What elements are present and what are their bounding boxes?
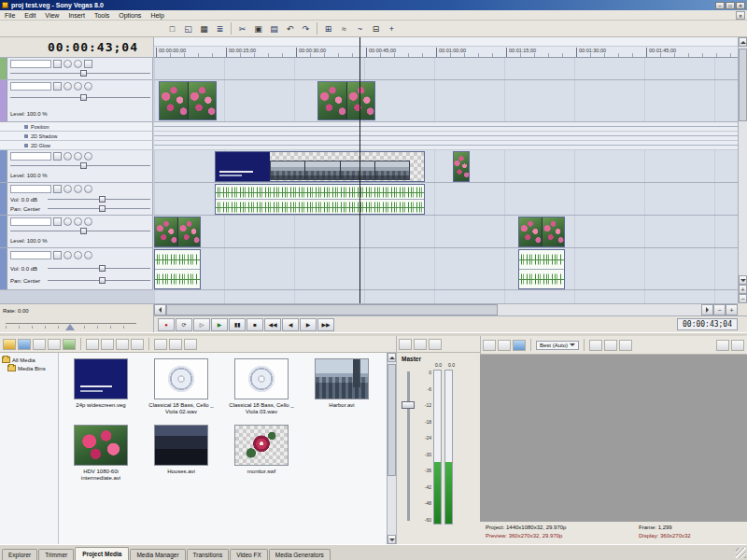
track-name-field[interactable] (10, 185, 51, 193)
preview-quality-dropdown[interactable]: Best (Auto) (536, 341, 579, 350)
menu-options[interactable]: Options (114, 12, 146, 19)
track-header-4-audio[interactable]: Vol: 0.0 dB Pan: Center (0, 183, 153, 216)
new-bin-icon[interactable] (3, 339, 16, 350)
menu-tools[interactable]: Tools (90, 12, 114, 19)
zoom-in-vertical-button[interactable]: + (739, 285, 747, 294)
video-event-composite[interactable] (215, 151, 425, 182)
slider-knob[interactable] (80, 162, 87, 169)
scroll-up-button[interactable] (388, 353, 396, 362)
scroll-right-button[interactable] (701, 304, 713, 315)
record-button[interactable]: ● (158, 318, 175, 331)
normal-edit-tool-button[interactable]: + (384, 21, 400, 35)
cut-button[interactable]: ✂ (234, 21, 250, 35)
tree-item-all-media[interactable]: All Media (0, 356, 58, 364)
document-close-button[interactable]: ✕ (736, 11, 745, 20)
scrollbar-track[interactable] (388, 362, 396, 535)
track-level-slider[interactable] (10, 70, 150, 77)
media-item[interactable]: Classical 18 Bass, Cello _ Viola 03.wav (221, 358, 302, 415)
slider-knob[interactable] (99, 265, 106, 272)
mute-button[interactable] (74, 217, 82, 226)
tab-explorer[interactable]: Explorer (2, 549, 37, 560)
timeline[interactable] (154, 58, 738, 303)
scroll-left-button[interactable] (154, 304, 166, 315)
tab-transitions[interactable]: Transitions (187, 549, 230, 560)
slider-knob[interactable] (99, 196, 106, 203)
next-frame-button[interactable]: ▶ (300, 318, 317, 331)
tab-video-fx[interactable]: Video FX (230, 549, 268, 560)
search-media-icon[interactable] (169, 339, 182, 350)
track-header-2-video[interactable]: Level: 100.0 % (0, 80, 153, 122)
slider-knob[interactable] (99, 205, 106, 212)
save-snapshot-icon[interactable] (619, 340, 632, 351)
insert-bus-icon[interactable] (399, 339, 412, 350)
enable-snapping-button[interactable]: ⊞ (320, 21, 336, 35)
keyframe-row-position[interactable]: Position (0, 122, 153, 132)
redo-button[interactable]: ↷ (298, 21, 314, 35)
track-header-6-audio[interactable]: Vol: 0.0 dB Pan: Center (0, 248, 153, 290)
loop-playback-button[interactable]: ⟳ (176, 318, 192, 331)
solo-button[interactable] (84, 217, 92, 226)
automation-button[interactable] (63, 82, 72, 91)
menu-view[interactable]: View (40, 12, 63, 19)
track-name-field[interactable] (10, 152, 51, 161)
solo-button[interactable] (74, 60, 82, 68)
solo-button[interactable] (84, 152, 92, 161)
go-to-end-button[interactable]: ▶▶ (317, 318, 334, 331)
insert-fx-icon[interactable] (414, 339, 427, 350)
resize-grip[interactable] (736, 548, 746, 558)
preview-options-icon[interactable] (731, 340, 744, 351)
tab-project-media[interactable]: Project Media (75, 547, 129, 560)
automation-button[interactable] (63, 217, 72, 226)
scroll-down-button[interactable] (388, 535, 396, 544)
scrollbar-thumb[interactable] (388, 364, 396, 476)
timeline-row-track5[interactable] (154, 216, 738, 248)
preview-media-icon[interactable] (86, 339, 99, 350)
zoom-out-button[interactable]: − (713, 304, 726, 315)
volume-slider[interactable] (48, 196, 150, 203)
pan-slider[interactable] (48, 205, 150, 212)
project-properties-icon[interactable] (483, 340, 496, 351)
media-panel-scrollbar[interactable] (387, 353, 396, 544)
master-fader-track[interactable] (407, 371, 410, 521)
slider-knob[interactable] (80, 94, 87, 101)
master-fader-knob[interactable] (402, 401, 415, 409)
track-name-field[interactable] (10, 60, 51, 68)
solo-button[interactable] (84, 185, 92, 193)
automation-button[interactable] (63, 185, 72, 193)
automation-button[interactable] (63, 251, 72, 259)
open-project-button[interactable]: ◱ (180, 21, 196, 35)
auto-ripple-button[interactable]: ≈ (336, 21, 352, 35)
audio-event-stereo[interactable] (154, 249, 201, 289)
track-motion-button[interactable] (84, 60, 92, 68)
track-fx-button[interactable] (53, 82, 62, 91)
zoom-out-vertical-button[interactable]: − (739, 294, 747, 303)
capture-video-icon[interactable] (33, 339, 46, 350)
new-project-button[interactable]: □ (164, 21, 180, 35)
maximize-button[interactable]: □ (726, 2, 735, 9)
scroll-up-button[interactable] (739, 37, 747, 47)
scrollbar-thumb[interactable] (166, 304, 498, 315)
timeline-row-track1[interactable] (154, 58, 738, 80)
timeline-horizontal-scrollbar[interactable]: − + (154, 303, 738, 315)
menu-edit[interactable]: Edit (20, 12, 40, 19)
automation-button[interactable] (63, 152, 72, 161)
track-header-1-video[interactable] (0, 58, 153, 80)
slider-knob[interactable] (99, 277, 106, 284)
preview-fx-icon[interactable] (498, 340, 511, 351)
mixer-properties-icon[interactable] (429, 339, 442, 350)
remove-media-icon[interactable] (131, 339, 144, 350)
extract-audio-icon[interactable] (63, 339, 76, 350)
mute-button[interactable] (63, 60, 72, 68)
play-from-start-button[interactable]: ▷ (193, 318, 210, 331)
external-monitor-icon[interactable] (716, 340, 729, 351)
audio-event-stereo[interactable] (215, 184, 425, 215)
get-photo-icon[interactable] (48, 339, 61, 350)
rate-slider-knob[interactable] (65, 319, 75, 330)
mute-button[interactable] (74, 185, 82, 193)
track-fx-button[interactable] (53, 217, 62, 226)
zoom-in-button[interactable]: + (726, 304, 738, 315)
track-name-field[interactable] (10, 82, 51, 91)
video-event-flowers[interactable] (154, 217, 201, 247)
split-screen-icon[interactable] (513, 340, 526, 351)
track-header-5-video[interactable]: Level: 100.0 % (0, 216, 153, 248)
